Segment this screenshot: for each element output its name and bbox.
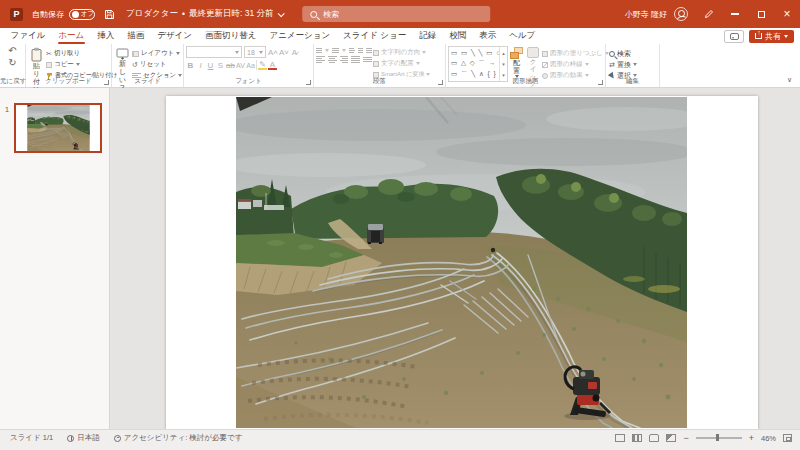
undo-group-label: 元に戻す xyxy=(0,77,25,86)
arrange-button[interactable]: 配置 xyxy=(508,46,525,79)
undo-icon[interactable]: ↶ xyxy=(8,46,16,56)
slide-indicator[interactable]: スライド 1/1 xyxy=(10,433,53,443)
change-case-button[interactable]: Aa xyxy=(246,62,255,69)
slide-photo-construction-site[interactable] xyxy=(236,97,687,428)
font-color-button[interactable]: A xyxy=(268,60,277,70)
arrange-label: 配置 xyxy=(510,59,523,75)
clipboard-group-label: クリップボード xyxy=(26,77,111,86)
bullets-icon[interactable] xyxy=(316,48,322,53)
copy-caret-icon xyxy=(76,63,80,66)
italic-button[interactable]: I xyxy=(196,61,205,70)
shape-gallery-scroll[interactable]: ▴ ▾ ▾ xyxy=(499,47,507,81)
numbering-icon[interactable] xyxy=(332,48,339,53)
bold-button[interactable]: B xyxy=(186,61,195,70)
powerpoint-app-icon[interactable]: P xyxy=(10,8,23,21)
title-bar: P 自動保存 オフ プロダクター • 最終更新日時: 31 分前 検索 小野寺 … xyxy=(0,0,800,28)
shape-outline-button[interactable]: 図形の枠線 xyxy=(541,59,610,70)
reset-button[interactable]: ↺リセット xyxy=(131,59,183,70)
slide-number: 1 xyxy=(5,105,9,114)
copy-icon xyxy=(46,62,52,68)
font-dialog-launcher[interactable] xyxy=(306,80,311,85)
reading-view-button[interactable] xyxy=(649,434,659,442)
zoom-in-button[interactable]: + xyxy=(749,433,754,443)
tab-view[interactable]: 表示 xyxy=(473,28,503,44)
save-icon[interactable] xyxy=(104,9,115,20)
ribbon-tab-row: ファイル ホーム 挿入 描画 デザイン 画面切り替え アニメーション スライド … xyxy=(0,28,800,44)
shrink-font-button[interactable]: A˅ xyxy=(279,48,288,57)
document-title[interactable]: プロダクター • 最終更新日時: 31 分前 xyxy=(126,8,283,20)
tab-file[interactable]: ファイル xyxy=(4,28,52,44)
underline-button[interactable]: U xyxy=(206,61,215,70)
tab-review[interactable]: 校閲 xyxy=(443,28,473,44)
align-text-button[interactable]: 文字の配置 xyxy=(372,58,431,69)
tab-record[interactable]: 記録 xyxy=(413,28,443,44)
align-left-icon[interactable] xyxy=(316,56,325,63)
text-direction-button[interactable]: 文字列の方向 xyxy=(372,47,431,58)
maximize-button[interactable] xyxy=(748,0,774,28)
minimize-icon xyxy=(731,13,739,14)
avatar[interactable] xyxy=(674,7,688,21)
copy-button[interactable]: コピー xyxy=(45,59,118,70)
zoom-slider[interactable] xyxy=(696,437,742,439)
accessibility-item[interactable]: アクセシビリティ: 検討が必要です xyxy=(114,433,243,443)
text-shadow-button[interactable]: S xyxy=(216,61,225,70)
slide-sorter-view-button[interactable] xyxy=(632,434,642,442)
zoom-percent[interactable]: 46% xyxy=(761,434,776,443)
align-center-icon[interactable] xyxy=(328,56,337,63)
highlight-color-button[interactable]: ✎ xyxy=(258,60,267,70)
tab-slideshow[interactable]: スライド ショー xyxy=(337,28,413,44)
tab-design[interactable]: デザイン xyxy=(151,28,199,44)
close-button[interactable]: × xyxy=(774,0,800,28)
tab-home[interactable]: ホーム xyxy=(52,28,91,44)
paragraph-dialog-launcher[interactable] xyxy=(438,80,443,85)
drawing-dialog-launcher[interactable] xyxy=(598,80,603,85)
zoom-out-button[interactable]: − xyxy=(683,433,688,443)
tab-transitions[interactable]: 画面切り替え xyxy=(199,28,263,44)
share-button[interactable]: 共有 xyxy=(749,30,794,43)
cut-button[interactable]: ✂切り取り xyxy=(45,48,118,59)
search-input[interactable]: 検索 xyxy=(302,6,490,22)
find-button[interactable]: 検索 xyxy=(608,48,638,59)
pen-mode-button[interactable] xyxy=(696,0,722,28)
zoom-slider-knob[interactable] xyxy=(716,434,719,441)
language-item[interactable]: 日本語 xyxy=(67,433,100,443)
tab-draw[interactable]: 描画 xyxy=(121,28,151,44)
clear-format-button[interactable]: A̷ xyxy=(290,48,299,57)
share-icon xyxy=(755,33,762,39)
redo-icon[interactable]: ↻ xyxy=(8,58,16,68)
comments-button[interactable] xyxy=(724,30,744,43)
indent-decrease-icon[interactable] xyxy=(349,48,355,53)
indent-increase-icon[interactable] xyxy=(358,48,364,53)
normal-view-button[interactable] xyxy=(615,434,625,442)
comment-icon xyxy=(730,33,739,40)
char-spacing-button[interactable]: AV xyxy=(236,62,245,69)
slide[interactable] xyxy=(166,96,758,430)
replace-icon: ⇄ xyxy=(609,61,615,68)
justify-icon[interactable] xyxy=(351,56,360,63)
scroll-down-icon: ▾ xyxy=(502,61,505,67)
slideshow-view-button[interactable] xyxy=(666,434,676,442)
minimize-button[interactable] xyxy=(722,0,748,28)
scroll-up-icon: ▴ xyxy=(502,50,505,56)
tab-animations[interactable]: アニメーション xyxy=(263,28,337,44)
fit-slide-button[interactable] xyxy=(783,434,792,442)
replace-button[interactable]: ⇄置換 xyxy=(608,59,638,70)
title-separator: • xyxy=(182,9,185,19)
tab-help[interactable]: ヘルプ xyxy=(503,28,542,44)
font-size-combo[interactable]: 18 xyxy=(244,46,266,58)
shape-row-1: ▭ ▭ ╲ ╲ ▭ ○ xyxy=(451,49,497,57)
shape-outline-icon xyxy=(542,62,548,68)
font-name-combo[interactable] xyxy=(186,46,242,58)
grow-font-button[interactable]: A˄ xyxy=(268,48,277,57)
clipboard-dialog-launcher[interactable] xyxy=(104,80,109,85)
slide-thumbnail[interactable] xyxy=(14,103,102,153)
align-right-icon[interactable] xyxy=(340,56,349,63)
columns-icon[interactable] xyxy=(363,57,372,62)
tab-insert[interactable]: 挿入 xyxy=(91,28,121,44)
layout-button[interactable]: レイアウト xyxy=(131,48,183,59)
slides-group: 新しいスライド レイアウト ↺リセット セクション スライド xyxy=(112,44,184,87)
shape-fill-button[interactable]: 図形の塗りつぶし xyxy=(541,48,610,59)
strikethrough-button[interactable]: ab xyxy=(226,61,235,70)
collapse-ribbon-icon[interactable]: ∨ xyxy=(787,76,792,84)
autosave-toggle[interactable]: オフ xyxy=(69,9,95,20)
